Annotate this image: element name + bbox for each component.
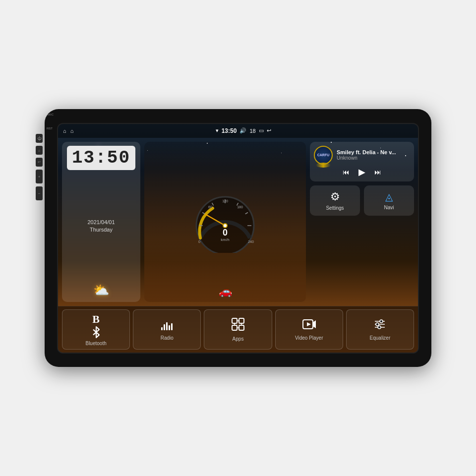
speedometer-widget: 0 60 120 180 240 0 km/h 🚗 bbox=[144, 142, 306, 302]
clock-widget: 13:50 2021/04/01 Thursday ⛅ bbox=[62, 142, 140, 302]
svg-marker-32 bbox=[307, 322, 311, 326]
svg-point-10 bbox=[224, 224, 227, 227]
speedometer-svg: 0 60 120 180 240 0 km/h bbox=[190, 188, 260, 255]
svg-text:180: 180 bbox=[237, 205, 243, 209]
settings-label: Settings bbox=[326, 205, 344, 211]
side-buttons: ⏻ ⌂ ↩ + − bbox=[36, 134, 43, 200]
navi-icon: ◬ bbox=[385, 191, 393, 203]
car-head-unit: MIC RST ⏻ ⌂ ↩ + − bbox=[45, 109, 431, 367]
radio-button[interactable]: Radio bbox=[133, 309, 201, 350]
svg-rect-23 bbox=[232, 318, 237, 323]
music-controls: ⏮ ▶ ⏭ bbox=[314, 167, 410, 178]
bluetooth-label: Bluetooth bbox=[85, 341, 106, 346]
equalizer-label: Equalizer bbox=[370, 335, 391, 341]
power-button[interactable]: ⏻ bbox=[36, 134, 43, 143]
svg-text:60: 60 bbox=[208, 205, 212, 209]
status-left: ⌂ ⌂ bbox=[63, 128, 73, 134]
vol-down-button[interactable]: − bbox=[36, 186, 43, 200]
music-title: Smiley ft. Delia - Ne v... bbox=[337, 149, 406, 155]
navi-label: Navi bbox=[384, 205, 394, 210]
next-button[interactable]: ⏭ bbox=[374, 168, 381, 176]
apps-label: Apps bbox=[233, 336, 244, 342]
vol-up-button[interactable]: + bbox=[36, 170, 43, 183]
battery-icon: ▭ bbox=[259, 127, 264, 134]
right-widgets: CARFU Smiley ft. Delia - Ne v... Unknown… bbox=[310, 142, 414, 302]
video-label: Video Player bbox=[295, 335, 323, 341]
svg-rect-25 bbox=[232, 325, 237, 330]
svg-rect-20 bbox=[166, 322, 168, 330]
radio-icon bbox=[160, 318, 174, 333]
status-bar: ⌂ ⌂ ▾ 13:50 🔊 18 ▭ ↩ bbox=[58, 124, 418, 138]
play-button[interactable]: ▶ bbox=[358, 167, 365, 178]
apps-icon bbox=[231, 317, 245, 334]
svg-point-37 bbox=[380, 320, 383, 323]
music-artist: Unknown bbox=[337, 155, 410, 161]
bluetooth-svg bbox=[90, 326, 103, 339]
svg-rect-26 bbox=[239, 325, 244, 330]
prev-button[interactable]: ⏮ bbox=[343, 168, 350, 176]
volume-level: 18 bbox=[249, 128, 255, 134]
main-content: 13:50 2021/04/01 Thursday ⛅ bbox=[58, 138, 418, 353]
video-player-button[interactable]: Video Player bbox=[275, 309, 343, 350]
home-icon: ⌂ bbox=[63, 128, 66, 134]
back-side-button[interactable]: ↩ bbox=[36, 158, 43, 167]
music-info: Smiley ft. Delia - Ne v... Unknown bbox=[337, 149, 410, 161]
apps-button[interactable]: Apps bbox=[204, 309, 272, 350]
svg-rect-24 bbox=[239, 318, 244, 323]
settings-button[interactable]: ⚙ Settings bbox=[310, 185, 360, 216]
bluetooth-button[interactable]: B Bluetooth bbox=[62, 309, 130, 350]
svg-rect-18 bbox=[161, 327, 163, 330]
svg-text:0: 0 bbox=[198, 240, 200, 243]
main-screen: ⌂ ⌂ ▾ 13:50 🔊 18 ▭ ↩ 13:50 2021/04/01 bbox=[57, 123, 419, 354]
settings-icon: ⚙ bbox=[330, 190, 340, 203]
svg-rect-21 bbox=[169, 325, 170, 330]
svg-point-38 bbox=[378, 326, 381, 329]
action-buttons: ⚙ Settings ◬ Navi bbox=[310, 185, 414, 216]
clock-display: 13:50 bbox=[67, 146, 135, 170]
widgets-row: 13:50 2021/04/01 Thursday ⛅ bbox=[58, 138, 418, 306]
music-widget: CARFU Smiley ft. Delia - Ne v... Unknown… bbox=[310, 142, 414, 181]
equalizer-button[interactable]: Equalizer bbox=[346, 309, 414, 350]
weather-icon: ⛅ bbox=[93, 283, 109, 298]
rst-label: RST bbox=[47, 127, 53, 130]
mic-label: MIC bbox=[48, 113, 54, 116]
music-header: CARFU Smiley ft. Delia - Ne v... Unknown bbox=[314, 146, 410, 165]
svg-text:0: 0 bbox=[223, 228, 228, 238]
home-side-button[interactable]: ⌂ bbox=[36, 146, 43, 155]
svg-text:km/h: km/h bbox=[221, 238, 229, 242]
volume-icon: 🔊 bbox=[239, 127, 246, 134]
status-center: ▾ 13:50 🔊 18 ▭ ↩ bbox=[216, 127, 271, 134]
bluetooth-icon: B bbox=[92, 313, 100, 326]
navi-button[interactable]: ◬ Navi bbox=[364, 185, 414, 216]
music-logo: CARFU bbox=[314, 146, 333, 165]
radio-label: Radio bbox=[161, 335, 174, 341]
video-icon bbox=[302, 318, 316, 333]
status-time: 13:50 bbox=[222, 127, 237, 134]
svg-text:240: 240 bbox=[248, 240, 254, 243]
svg-rect-19 bbox=[164, 324, 165, 330]
clock-date: 2021/04/01 Thursday bbox=[87, 219, 115, 234]
svg-text:120: 120 bbox=[222, 199, 228, 203]
svg-rect-22 bbox=[171, 323, 173, 330]
bottom-dock: B Bluetooth bbox=[58, 306, 418, 353]
home2-icon: ⌂ bbox=[70, 128, 74, 134]
back-icon: ↩ bbox=[267, 127, 271, 134]
road-car-icon: 🚗 bbox=[219, 285, 232, 298]
equalizer-icon bbox=[373, 318, 387, 333]
wifi-icon: ▾ bbox=[216, 127, 219, 134]
svg-point-36 bbox=[376, 323, 379, 326]
